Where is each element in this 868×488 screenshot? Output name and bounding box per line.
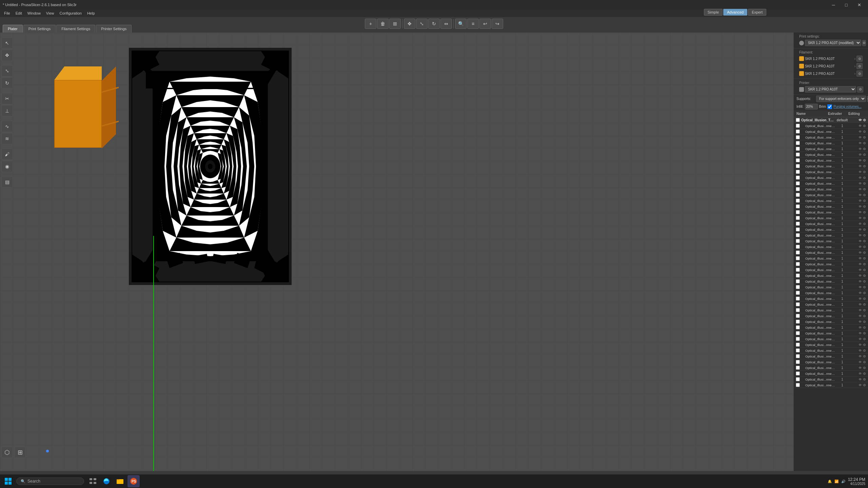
- supports-dropdown[interactable]: For support enforcers only: [816, 96, 866, 102]
- item-checkbox-28[interactable]: [796, 279, 800, 283]
- scale-button[interactable]: ⤡: [416, 19, 428, 29]
- root-object-item[interactable]: Optical_Illusion_Tunnel_3.stl default 👁 …: [794, 117, 868, 123]
- simple-mode-button[interactable]: Simple: [704, 9, 723, 16]
- start-button[interactable]: [3, 476, 14, 487]
- object-list-item-28[interactable]: Optical_Illusi...nnel_3.stl_1_28 1 👁 ⚙: [794, 279, 868, 284]
- paint-tool[interactable]: 🖌: [1, 148, 13, 160]
- settings-icon-20[interactable]: ⚙: [863, 233, 866, 237]
- object-list-item-20[interactable]: Optical_Illusi...nnel_3.stl_1_20 1 👁 ⚙: [794, 232, 868, 238]
- layers-tool[interactable]: ▤: [1, 176, 13, 188]
- eye-icon-9[interactable]: 👁: [859, 170, 862, 174]
- eye-icon-39[interactable]: 👁: [859, 343, 862, 347]
- printer-dropdown[interactable]: SKR 1.2 PRO A10T: [805, 86, 856, 93]
- item-checkbox-38[interactable]: [796, 337, 800, 341]
- settings-icon-30[interactable]: ⚙: [863, 291, 866, 295]
- object-list-item-34[interactable]: Optical_Illusi...nnel_3.stl_1_34 1 👁 ⚙: [794, 313, 868, 319]
- object-list-item-9[interactable]: Optical_Illusi...nnel_3.stl_1_9 1 👁 ⚙: [794, 169, 868, 175]
- item-checkbox-3[interactable]: [796, 135, 800, 139]
- menu-help[interactable]: Help: [84, 11, 98, 16]
- filament-dropdown[interactable]: SKR 1.2 PRO A10T (modified): [805, 40, 861, 46]
- item-checkbox-25[interactable]: [796, 262, 800, 266]
- object-list-item-13[interactable]: Optical_Illusi...nnel_3.stl_1_13 1 👁 ⚙: [794, 192, 868, 198]
- filament-color-1[interactable]: [799, 56, 804, 61]
- settings-icon-3[interactable]: ⚙: [863, 136, 866, 139]
- settings-icon-39[interactable]: ⚙: [863, 343, 866, 347]
- object-list-item-31[interactable]: Optical_Illusi...nnel_3.stl_1_31 1 👁 ⚙: [794, 296, 868, 302]
- item-checkbox-37[interactable]: [796, 331, 800, 335]
- viewport[interactable]: [0, 33, 793, 471]
- settings-icon-1[interactable]: ⚙: [863, 124, 866, 128]
- settings-icon-34[interactable]: ⚙: [863, 314, 866, 318]
- eye-icon-36[interactable]: 👁: [859, 326, 862, 329]
- settings-icon-19[interactable]: ⚙: [863, 228, 866, 231]
- item-checkbox-14[interactable]: [796, 199, 800, 203]
- object-list-item-12[interactable]: Optical_Illusi...nnel_3.stl_1_12 1 👁 ⚙: [794, 186, 868, 192]
- menu-window[interactable]: Window: [25, 11, 43, 16]
- object-list-item-17[interactable]: Optical_Illusi...nnel_3.stl_1_17 1 👁 ⚙: [794, 215, 868, 221]
- item-checkbox-10[interactable]: [796, 176, 800, 180]
- filament-1-settings[interactable]: ⚙: [856, 56, 863, 62]
- maximize-button[interactable]: □: [840, 1, 852, 8]
- advanced-mode-button[interactable]: Advanced: [723, 9, 747, 16]
- object-list-item-22[interactable]: Optical_Illusi...nnel_3.stl_1_22 1 👁 ⚙: [794, 244, 868, 250]
- item-checkbox-27[interactable]: [796, 273, 800, 278]
- object-list-item-41[interactable]: Optical_Illusi...nnel_3.stl_1_41 1 👁 ⚙: [794, 353, 868, 359]
- eye-icon-45[interactable]: 👁: [859, 378, 862, 381]
- item-checkbox-43[interactable]: [796, 366, 800, 370]
- eye-icon-18[interactable]: 👁: [859, 222, 862, 226]
- arrange-button[interactable]: ⊞: [389, 19, 401, 29]
- object-list-item-2[interactable]: Optical_Illusi...nnel_3.stl_1_2 1 👁 ⚙: [794, 129, 868, 135]
- object-list-item-27[interactable]: Optical_Illusi...nnel_3.stl_1_27 1 👁 ⚙: [794, 273, 868, 279]
- layers-button[interactable]: ≡: [467, 19, 479, 29]
- item-checkbox-39[interactable]: [796, 343, 800, 347]
- item-checkbox-15[interactable]: [796, 204, 800, 208]
- root-checkbox[interactable]: [796, 118, 800, 122]
- object-list-item-40[interactable]: Optical_Illusi...nnel_3.stl_1_40 1 👁 ⚙: [794, 348, 868, 353]
- eye-icon-34[interactable]: 👁: [859, 314, 862, 318]
- eye-icon-29[interactable]: 👁: [859, 285, 862, 289]
- settings-icon-11[interactable]: ⚙: [863, 182, 866, 185]
- settings-icon-26[interactable]: ⚙: [863, 268, 866, 272]
- object-list-item-18[interactable]: Optical_Illusi...nnel_3.stl_1_18 1 👁 ⚙: [794, 221, 868, 227]
- variable-tool[interactable]: ≋: [1, 133, 13, 144]
- item-checkbox-32[interactable]: [796, 302, 800, 306]
- settings-icon-5[interactable]: ⚙: [863, 147, 866, 151]
- smooth-tool[interactable]: ◉: [1, 161, 13, 172]
- eye-icon-32[interactable]: 👁: [859, 303, 862, 306]
- eye-icon-44[interactable]: 👁: [859, 372, 862, 375]
- object-list-item-21[interactable]: Optical_Illusi...nnel_3.stl_1_21 1 👁 ⚙: [794, 238, 868, 244]
- settings-icon-8[interactable]: ⚙: [863, 164, 866, 168]
- settings-icon-36[interactable]: ⚙: [863, 326, 866, 329]
- item-checkbox-5[interactable]: [796, 147, 800, 151]
- settings-icon-45[interactable]: ⚙: [863, 378, 866, 381]
- eye-icon-42[interactable]: 👁: [859, 360, 862, 364]
- item-checkbox-29[interactable]: [796, 285, 800, 289]
- eye-icon-26[interactable]: 👁: [859, 268, 862, 272]
- item-checkbox-40[interactable]: [796, 348, 800, 352]
- item-checkbox-16[interactable]: [796, 210, 800, 214]
- eye-icon-27[interactable]: 👁: [859, 274, 862, 278]
- settings-icon-25[interactable]: ⚙: [863, 262, 866, 266]
- settings-icon-21[interactable]: ⚙: [863, 239, 866, 243]
- eye-icon-31[interactable]: 👁: [859, 297, 862, 301]
- minimize-button[interactable]: ─: [827, 1, 840, 8]
- perspective-view-button[interactable]: ⬡: [1, 447, 13, 458]
- settings-icon-6[interactable]: ⚙: [863, 153, 866, 157]
- rotate-tool[interactable]: ↻: [1, 77, 13, 89]
- settings-icon-4[interactable]: ⚙: [863, 141, 866, 145]
- settings-icon-7[interactable]: ⚙: [863, 159, 866, 162]
- taskbar-icon-prusaslicer[interactable]: PS: [127, 475, 140, 487]
- settings-icon-23[interactable]: ⚙: [863, 251, 866, 255]
- eye-icon-17[interactable]: 👁: [859, 216, 862, 220]
- item-checkbox-22[interactable]: [796, 245, 800, 249]
- taskbar-icon-1[interactable]: [87, 475, 99, 487]
- wifi-icon[interactable]: 📶: [834, 480, 839, 483]
- item-checkbox-18[interactable]: [796, 222, 800, 226]
- settings-icon-16[interactable]: ⚙: [863, 210, 866, 214]
- eye-icon-7[interactable]: 👁: [859, 159, 862, 162]
- seam-tool[interactable]: ∿: [1, 121, 13, 132]
- redo-button[interactable]: ↪: [492, 19, 503, 29]
- item-checkbox-33[interactable]: [796, 308, 800, 312]
- taskbar-icon-3[interactable]: [114, 475, 126, 487]
- settings-icon-43[interactable]: ⚙: [863, 366, 866, 370]
